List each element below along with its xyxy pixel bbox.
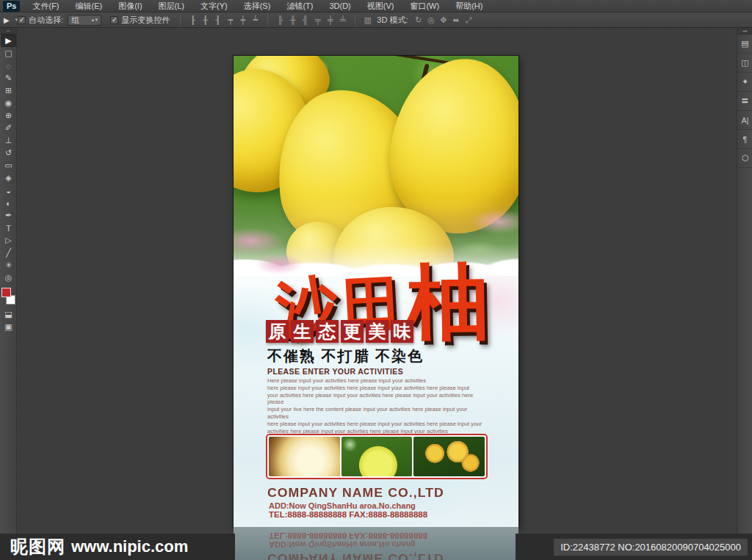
menu-item-s[interactable]: 选择(S)	[236, 0, 279, 12]
auto-select-checkbox[interactable]: ✓	[18, 16, 26, 24]
history-brush-tool[interactable]: ↺	[0, 147, 17, 159]
subtitle-block-3: 更	[341, 320, 364, 343]
menu-item-t[interactable]: 滤镜(T)	[278, 0, 321, 12]
distribute-icon-1[interactable]: ╫	[286, 13, 299, 27]
panel-history[interactable]: ▤	[737, 34, 752, 54]
subtitle-block-5: 味	[391, 320, 413, 343]
marquee-tool-icon: ▢	[4, 48, 12, 58]
menu-item-f[interactable]: 文件(F)	[24, 0, 67, 12]
mode3d-icon-4[interactable]: ⤢	[462, 13, 474, 27]
dock-collapse-icon[interactable]: ◂◂	[737, 28, 752, 34]
document-canvas[interactable]: 沙田柚 原生态更美味 不催熟 不打腊 不染色 PLEASE ENTER YOUR…	[234, 56, 518, 527]
distribute-icon-0[interactable]: ╟	[274, 13, 286, 27]
panel-history-icon: ▤	[741, 39, 748, 48]
hand-tool[interactable]: ✳	[0, 259, 17, 272]
distribute-icons: ╟╫╢╤╪╧	[274, 13, 349, 27]
pen-tool-icon: ✒	[5, 211, 12, 220]
menu-item-h[interactable]: 帮助(H)	[447, 0, 491, 12]
dropdown-stepper-icon: ▲▼	[90, 18, 98, 22]
menu-item-w[interactable]: 窗口(W)	[402, 0, 447, 12]
activities-heading: PLEASE ENTER YOUR ACTIVITIES	[267, 367, 403, 376]
mode3d-icons: ↻◎✥⬌⤢	[412, 13, 474, 27]
reflected-company-telfax: TEL:8888-88888888 FAX:8888-88888888	[269, 531, 427, 540]
history-brush-tool-icon: ↺	[5, 148, 12, 158]
distribute-icon-5[interactable]: ╧	[336, 13, 349, 27]
marquee-tool[interactable]: ▢	[0, 47, 17, 59]
panel-color[interactable]: ◫	[737, 54, 752, 73]
quick-selection-tool-icon: ✎	[5, 73, 12, 83]
auto-select-value: 组	[71, 15, 79, 26]
quick-mask-button[interactable]: ⬓	[0, 308, 17, 321]
align-icon-2[interactable]: ┨	[212, 13, 224, 27]
menu-item-v[interactable]: 视图(V)	[359, 0, 402, 12]
poster-tagline: 不催熟 不打腊 不染色	[267, 346, 424, 366]
panel-3d[interactable]: ⬡	[737, 149, 752, 168]
panel-character-icon: A|	[741, 116, 748, 125]
menu-item-l[interactable]: 图层(L)	[151, 0, 192, 12]
company-name: COMPANY NAME CO.,LTD	[267, 486, 444, 501]
options-divider	[180, 15, 181, 26]
crop-tool[interactable]: ⊞	[0, 84, 17, 97]
distribute-icon-3[interactable]: ╤	[311, 13, 324, 27]
path-selection-tool-icon: ▷	[5, 236, 11, 245]
align-icon-1[interactable]: ╂	[199, 13, 212, 27]
reflected-company-name: COMPANY NAME CO.,LTD	[267, 550, 444, 560]
nipic-brand: 昵图网	[10, 535, 65, 559]
quick-selection-tool[interactable]: ✎	[0, 72, 17, 84]
panel-dock: ◂◂ ▤◫✦〓A|¶⬡	[737, 28, 752, 534]
subtitle-block-2: 态	[316, 320, 339, 343]
id-bar: ID:22438772 NO:20160820090704025000	[516, 534, 752, 560]
mode3d-icon-0[interactable]: ↻	[412, 13, 424, 27]
pen-tool[interactable]: ✒	[0, 209, 17, 222]
dock-icons: ▤◫✦〓A|¶⬡	[737, 34, 752, 168]
mode3d-label: 3D 模式:	[377, 15, 408, 26]
auto-align-icon[interactable]: ▥	[361, 13, 374, 27]
menu-item-e[interactable]: 编辑(E)	[68, 0, 111, 12]
show-transform-checkbox[interactable]: ✓	[110, 16, 118, 24]
toolbar-grip-icon[interactable]: ▪▪	[0, 28, 16, 34]
distribute-icon-4[interactable]: ╪	[324, 13, 336, 27]
align-icon-3[interactable]: ┯	[224, 13, 236, 27]
eraser-tool[interactable]: ▭	[0, 159, 17, 172]
hand-tool-icon: ✳	[5, 261, 12, 270]
align-icon-5[interactable]: ┷	[249, 13, 261, 27]
photo-strip	[266, 434, 488, 479]
foreground-color-swatch[interactable]	[1, 288, 11, 297]
menu: 文件(F)编辑(E)图像(I)图层(L)文字(Y)选择(S)滤镜(T)3D(D)…	[24, 0, 491, 12]
title-char: 柚	[406, 247, 491, 359]
mode3d-icon-2[interactable]: ✥	[437, 13, 449, 27]
gradient-tool[interactable]: ◈	[0, 172, 17, 184]
blur-tool-icon: ◒	[6, 186, 11, 195]
healing-brush-tool[interactable]: ⊕	[0, 109, 17, 122]
auto-select-dropdown[interactable]: 组 ▲▼	[68, 15, 101, 26]
lasso-tool[interactable]: ◌	[0, 59, 17, 72]
activities-line-4: here please input your activities here p…	[267, 421, 488, 428]
mode3d-icon-3[interactable]: ⬌	[449, 13, 462, 27]
distribute-icon-2[interactable]: ╢	[299, 13, 311, 27]
screen-mode-button[interactable]: ▣	[0, 321, 17, 333]
panel-adjustments[interactable]: ✦	[737, 73, 752, 92]
auto-select-label: 自动选择:	[29, 15, 63, 26]
menu-item-y[interactable]: 文字(Y)	[192, 0, 236, 12]
type-tool[interactable]: T	[0, 222, 17, 234]
line-tool[interactable]: ╱	[0, 247, 17, 259]
zoom-tool[interactable]: ◎	[0, 272, 17, 284]
brush-tool[interactable]: ✐	[0, 122, 17, 134]
blur-tool[interactable]: ◒	[0, 184, 17, 197]
menu-item-i[interactable]: 图像(I)	[110, 0, 150, 12]
eyedropper-tool[interactable]: ◉	[0, 97, 17, 109]
path-selection-tool[interactable]: ▷	[0, 234, 17, 247]
mode3d-icon-1[interactable]: ◎	[424, 13, 437, 27]
line-tool-icon: ╱	[6, 248, 11, 258]
panel-character[interactable]: A|	[737, 111, 752, 130]
subtitle-blocks: 原生态更美味	[266, 320, 413, 343]
dodge-tool[interactable]: ◐	[0, 197, 17, 209]
panel-adjustments-icon: ✦	[742, 77, 748, 87]
panel-paragraph[interactable]: ¶	[737, 130, 752, 149]
menu-item-dd[interactable]: 3D(D)	[321, 0, 358, 12]
clone-stamp-tool[interactable]: ⊥	[0, 134, 17, 147]
align-icon-4[interactable]: ┿	[236, 13, 249, 27]
move-tool[interactable]: ▶	[1, 34, 16, 47]
align-icon-0[interactable]: ┠	[187, 13, 199, 27]
panel-styles[interactable]: 〓	[737, 92, 752, 111]
